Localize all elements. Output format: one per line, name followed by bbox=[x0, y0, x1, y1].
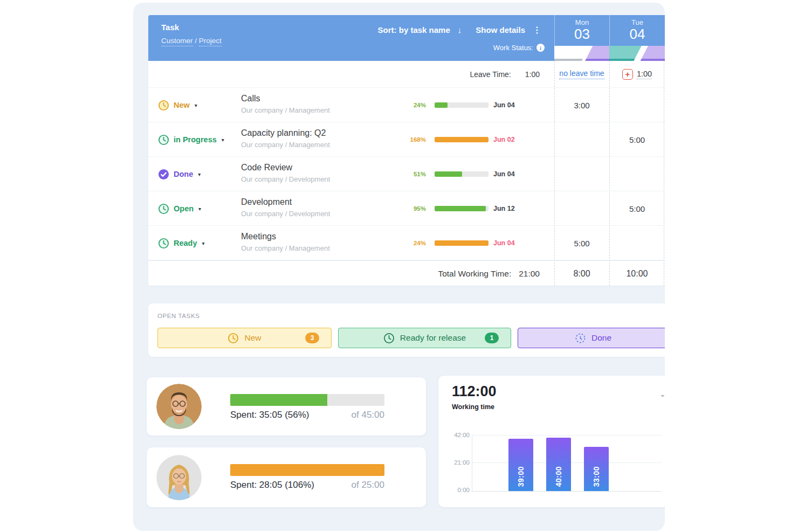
task-title-block: Capacity planning: Q2 Our company / Mana… bbox=[241, 128, 403, 149]
due-date: Jun 04 bbox=[493, 101, 542, 109]
due-date: Jun 02 bbox=[493, 136, 542, 143]
due-date: Jun 04 bbox=[493, 239, 542, 247]
y-axis-line bbox=[472, 435, 472, 491]
customer-link[interactable]: Customer bbox=[161, 37, 193, 46]
chevron-down-icon: ▾ bbox=[222, 137, 224, 143]
time-cell-mon[interactable]: 5:00 bbox=[554, 226, 609, 260]
status-label: in Progress bbox=[174, 135, 217, 144]
totals-row: Total Working Time: 21:00 8:00 10:00 bbox=[148, 260, 665, 286]
user-progress-fill bbox=[230, 394, 327, 406]
status-dropdown[interactable]: Open ▾ bbox=[158, 191, 201, 226]
task-title-block: Calls Our company / Management bbox=[241, 94, 403, 114]
project-link[interactable]: Project bbox=[199, 37, 222, 46]
chevron-down-icon: ▾ bbox=[198, 206, 201, 212]
progress-fill bbox=[435, 102, 448, 108]
show-details-button[interactable]: Show details bbox=[476, 25, 525, 34]
count-badge: 3 bbox=[305, 333, 319, 343]
clock-icon bbox=[383, 333, 395, 344]
y-tick-label: 42:00 bbox=[448, 432, 470, 438]
leave-value[interactable]: 1:00 bbox=[637, 70, 652, 79]
status-label: New bbox=[174, 101, 190, 109]
estimate-label: of 25:00 bbox=[230, 480, 384, 490]
progress-percent: 51% bbox=[394, 171, 426, 177]
progress-fill bbox=[435, 171, 462, 177]
status-label: Ready bbox=[174, 239, 197, 247]
task-subtitle: Our company / Management bbox=[241, 244, 403, 252]
leave-time-total: 1:00 bbox=[525, 70, 540, 79]
breadcrumb-separator: / bbox=[195, 37, 197, 45]
sort-direction-icon[interactable]: ↓ bbox=[458, 25, 462, 34]
table-row: New ▾ Calls Our company / Management 24%… bbox=[148, 88, 665, 122]
filter-button-new[interactable]: New 3 bbox=[157, 328, 332, 348]
time-cell-tue[interactable]: 5:00 bbox=[609, 122, 665, 157]
task-title: Code Review bbox=[241, 163, 403, 172]
no-leave-time-link[interactable]: no leave time bbox=[559, 69, 604, 79]
filter-button-done[interactable]: Done bbox=[518, 328, 665, 348]
table-row: Done ▾ Code Review Our company / Develop… bbox=[148, 157, 665, 191]
task-title: Development bbox=[241, 197, 403, 207]
leave-cell-mon: no leave time bbox=[554, 61, 609, 88]
chart-bar: 39:00 bbox=[508, 439, 533, 491]
sort-control[interactable]: Sort: by task name bbox=[378, 25, 450, 34]
task-subtitle: Our company / Development bbox=[241, 210, 403, 218]
table-row: Open ▾ Development Our company / Develop… bbox=[148, 191, 665, 226]
open-tasks-label: OPEN TASKS bbox=[157, 313, 200, 319]
progress-percent: 95% bbox=[394, 205, 426, 212]
progress-bar bbox=[435, 137, 489, 142]
avatar bbox=[156, 455, 202, 500]
chevron-down-icon[interactable]: ⌄ bbox=[659, 390, 665, 398]
time-cell-tue[interactable] bbox=[609, 157, 665, 191]
app-panel: Task Customer / Project Sort: by task na… bbox=[133, 3, 665, 531]
working-time-chart-card: 112:00 Working time ⌄ 42:00 21:00 0:00 3… bbox=[438, 376, 665, 507]
time-cell-mon[interactable] bbox=[554, 157, 609, 191]
time-cell-tue[interactable] bbox=[609, 226, 665, 260]
task-title: Calls bbox=[241, 94, 403, 103]
status-dropdown[interactable]: in Progress ▾ bbox=[158, 122, 224, 157]
status-dropdown[interactable]: Done ▾ bbox=[158, 157, 201, 191]
user-progress-bar bbox=[230, 464, 384, 476]
total-working-time-label: Total Working Time: bbox=[438, 269, 511, 279]
chart-subtitle: Working time bbox=[452, 403, 494, 411]
status-label: Done bbox=[174, 170, 193, 178]
day-header-tue[interactable]: Tue 04 bbox=[609, 15, 665, 46]
task-title: Capacity planning: Q2 bbox=[241, 128, 403, 138]
kebab-menu-icon[interactable]: ⋮ bbox=[533, 25, 541, 35]
progress-fill bbox=[435, 206, 486, 211]
open-tasks-card: OPEN TASKS New 3 Ready for release 1 Don… bbox=[148, 303, 665, 357]
day-header-mon[interactable]: Mon 03 bbox=[554, 15, 609, 46]
bar-value-label: 40:00 bbox=[554, 466, 563, 487]
progress-bar bbox=[435, 240, 489, 246]
info-icon[interactable]: i bbox=[536, 44, 545, 52]
status-label: Open bbox=[174, 204, 194, 213]
time-cell-tue[interactable]: 5:00 bbox=[609, 191, 665, 226]
button-label: Ready for release bbox=[400, 333, 466, 343]
work-status-strip-tue bbox=[609, 46, 665, 61]
day-number: 04 bbox=[610, 27, 665, 41]
time-cell-mon[interactable] bbox=[554, 122, 609, 157]
table-row: in Progress ▾ Capacity planning: Q2 Our … bbox=[148, 122, 665, 157]
breadcrumb: Customer / Project bbox=[161, 37, 222, 45]
avatar bbox=[156, 384, 202, 429]
timesheet-table: Task Customer / Project Sort: by task na… bbox=[148, 15, 665, 286]
filter-button-ready-for-release[interactable]: Ready for release 1 bbox=[338, 328, 511, 348]
progress-fill bbox=[435, 137, 489, 142]
progress-bar bbox=[435, 102, 489, 108]
user-progress-fill bbox=[230, 464, 384, 476]
clock-icon bbox=[158, 238, 169, 249]
time-cell-tue[interactable] bbox=[609, 88, 665, 122]
y-tick-label: 21:00 bbox=[448, 459, 470, 466]
due-date: Jun 04 bbox=[493, 170, 542, 178]
clock-icon bbox=[228, 333, 239, 344]
time-cell-mon[interactable] bbox=[554, 191, 609, 226]
bar-value-label: 33:00 bbox=[592, 466, 601, 487]
estimate-label: of 45:00 bbox=[230, 410, 384, 420]
chevron-down-icon: ▾ bbox=[202, 240, 205, 246]
time-cell-mon[interactable]: 3:00 bbox=[554, 88, 609, 122]
count-badge: 1 bbox=[485, 333, 499, 343]
task-title-block: Development Our company / Development bbox=[241, 197, 403, 218]
progress-bar bbox=[435, 206, 489, 211]
add-leave-button[interactable]: + bbox=[622, 69, 633, 80]
work-status-strip-mon bbox=[554, 46, 609, 61]
status-dropdown[interactable]: New ▾ bbox=[158, 88, 197, 122]
status-dropdown[interactable]: Ready ▾ bbox=[158, 226, 205, 260]
